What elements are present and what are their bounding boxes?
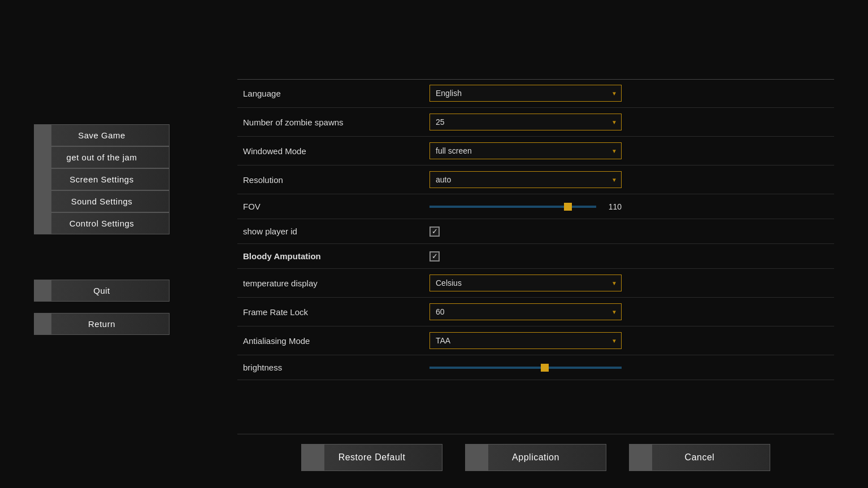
- settings-panel: LanguageEnglishFrenchGermanSpanishChines…: [237, 79, 834, 454]
- top-divider: [237, 79, 834, 80]
- setting-label-show-player-id: show player id: [237, 226, 429, 236]
- setting-label-temperature-display: temperature display: [237, 278, 429, 288]
- setting-row-windowed-mode: Windowed Modefull screenwindowedborderle…: [237, 137, 834, 165]
- select-frame-rate-lock[interactable]: 3060120144unlimited: [429, 303, 622, 320]
- setting-control-zombie-spawns: 101520253050: [429, 114, 834, 130]
- setting-row-resolution: Resolutionauto1920x10801280x7202560x1440: [237, 165, 834, 194]
- cancel-button[interactable]: Cancel: [629, 444, 770, 471]
- setting-control-antialiasing-mode: NoneFXAATAAMSAA: [429, 332, 834, 349]
- slider-container-fov: 110: [429, 202, 622, 211]
- return-button[interactable]: Return: [34, 313, 170, 335]
- select-wrapper-language: EnglishFrenchGermanSpanishChinese: [429, 85, 622, 102]
- settings-list: LanguageEnglishFrenchGermanSpanishChines…: [237, 79, 834, 384]
- setting-label-frame-rate-lock: Frame Rate Lock: [237, 307, 429, 317]
- settings-scroll[interactable]: LanguageEnglishFrenchGermanSpanishChines…: [237, 79, 834, 384]
- setting-control-temperature-display: CelsiusFahrenheit: [429, 274, 834, 291]
- select-wrapper-resolution: auto1920x10801280x7202560x1440: [429, 171, 622, 188]
- setting-control-resolution: auto1920x10801280x7202560x1440: [429, 171, 834, 188]
- restore-default-label: Restore Default: [338, 452, 406, 462]
- select-wrapper-antialiasing-mode: NoneFXAATAAMSAA: [429, 332, 622, 349]
- sidebar-btn-label-save-game: Save Game: [78, 130, 125, 140]
- select-language[interactable]: EnglishFrenchGermanSpanishChinese: [429, 85, 622, 102]
- checkbox-bloody-amputation[interactable]: [429, 251, 440, 262]
- select-resolution[interactable]: auto1920x10801280x7202560x1440: [429, 171, 622, 188]
- select-wrapper-zombie-spawns: 101520253050: [429, 114, 622, 130]
- slider-track-fov[interactable]: [429, 206, 596, 208]
- setting-label-antialiasing-mode: Antialiasing Mode: [237, 336, 429, 346]
- setting-control-frame-rate-lock: 3060120144unlimited: [429, 303, 834, 320]
- setting-row-zombie-spawns: Number of zombie spawns101520253050: [237, 108, 834, 137]
- setting-row-motion-blur: Motion Blur: [237, 380, 834, 384]
- select-zombie-spawns[interactable]: 101520253050: [429, 114, 622, 130]
- setting-row-temperature-display: temperature displayCelsiusFahrenheit: [237, 269, 834, 298]
- slider-track-brightness[interactable]: [429, 367, 622, 369]
- sidebar-btn-label-control-settings: Control Settings: [70, 219, 134, 228]
- restore-default-button[interactable]: Restore Default: [301, 444, 442, 471]
- select-wrapper-frame-rate-lock: 3060120144unlimited: [429, 303, 622, 320]
- bottom-buttons: Restore Default Application Cancel: [237, 444, 834, 471]
- quit-label: Quit: [93, 286, 110, 295]
- cancel-label: Cancel: [685, 452, 715, 462]
- sidebar-btn-sound-settings[interactable]: Sound Settings: [34, 190, 170, 212]
- sidebar-btn-label-get-out: get out of the jam: [67, 152, 137, 162]
- sidebar-btn-save-game[interactable]: Save Game: [34, 124, 170, 146]
- setting-label-windowed-mode: Windowed Mode: [237, 146, 429, 156]
- quit-button[interactable]: Quit: [34, 280, 170, 302]
- return-label: Return: [88, 319, 115, 329]
- setting-control-language: EnglishFrenchGermanSpanishChinese: [429, 85, 834, 102]
- setting-label-fov: FOV: [237, 202, 429, 211]
- setting-label-brightness: brightness: [237, 363, 429, 372]
- bottom-divider: [237, 434, 834, 434]
- select-temperature-display[interactable]: CelsiusFahrenheit: [429, 274, 622, 291]
- application-label: Application: [512, 452, 559, 462]
- slider-value-fov: 110: [602, 202, 622, 211]
- select-windowed-mode[interactable]: full screenwindowedborderless: [429, 142, 622, 159]
- sidebar-btn-label-sound-settings: Sound Settings: [71, 197, 133, 206]
- setting-control-fov: 110: [429, 202, 834, 211]
- setting-row-frame-rate-lock: Frame Rate Lock3060120144unlimited: [237, 298, 834, 326]
- select-wrapper-windowed-mode: full screenwindowedborderless: [429, 142, 622, 159]
- slider-thumb-fov[interactable]: [564, 203, 572, 211]
- application-button[interactable]: Application: [465, 444, 606, 471]
- checkbox-show-player-id[interactable]: [429, 226, 440, 237]
- slider-container-brightness: [429, 367, 622, 369]
- sidebar-btn-screen-settings[interactable]: Screen Settings: [34, 168, 170, 190]
- slider-thumb-brightness[interactable]: [541, 364, 549, 372]
- setting-row-language: LanguageEnglishFrenchGermanSpanishChines…: [237, 79, 834, 108]
- setting-control-windowed-mode: full screenwindowedborderless: [429, 142, 834, 159]
- setting-label-zombie-spawns: Number of zombie spawns: [237, 117, 429, 127]
- setting-row-show-player-id: show player id: [237, 219, 834, 244]
- select-antialiasing-mode[interactable]: NoneFXAATAAMSAA: [429, 332, 622, 349]
- setting-control-bloody-amputation: [429, 251, 834, 262]
- sidebar-btn-control-settings[interactable]: Control Settings: [34, 212, 170, 234]
- setting-control-show-player-id: [429, 226, 834, 237]
- setting-label-language: Language: [237, 89, 429, 98]
- setting-row-fov: FOV110: [237, 194, 834, 219]
- sidebar-btn-label-screen-settings: Screen Settings: [70, 175, 133, 184]
- setting-control-brightness: [429, 367, 834, 369]
- setting-row-brightness: brightness: [237, 355, 834, 380]
- setting-label-resolution: Resolution: [237, 175, 429, 185]
- sidebar-btn-get-out[interactable]: get out of the jam: [34, 146, 170, 168]
- setting-row-antialiasing-mode: Antialiasing ModeNoneFXAATAAMSAA: [237, 326, 834, 355]
- setting-label-bloody-amputation: Bloody Amputation: [237, 251, 429, 261]
- setting-row-bloody-amputation: Bloody Amputation: [237, 244, 834, 269]
- select-wrapper-temperature-display: CelsiusFahrenheit: [429, 274, 622, 291]
- sidebar: Save Gameget out of the jamScreen Settin…: [34, 124, 170, 335]
